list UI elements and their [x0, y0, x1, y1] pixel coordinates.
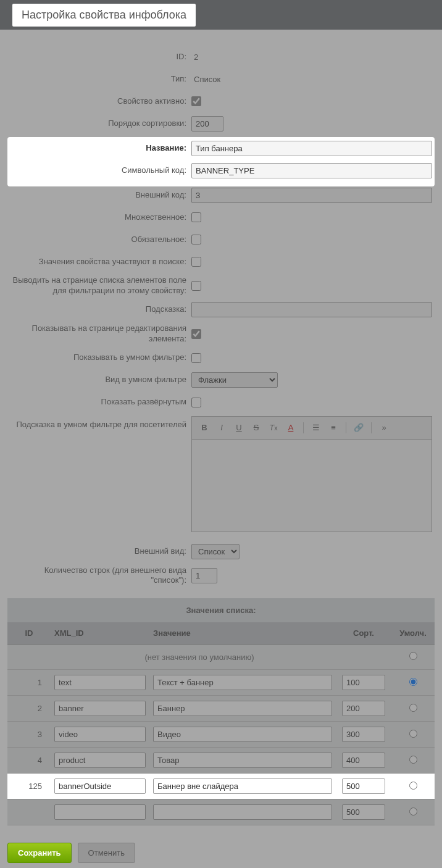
type-value: Список — [191, 75, 220, 84]
row-sort-input[interactable] — [342, 753, 385, 768]
row-id: 125 — [7, 774, 51, 799]
name-input[interactable] — [191, 141, 432, 156]
row-sort-input[interactable] — [342, 778, 385, 794]
row-value-input[interactable] — [153, 701, 332, 716]
table-row — [7, 799, 435, 825]
clear-format-icon[interactable]: Tx — [266, 420, 281, 435]
bold-icon[interactable]: B — [197, 420, 212, 435]
row-value-input[interactable] — [153, 675, 332, 690]
rows-input[interactable] — [191, 568, 217, 583]
row-sort-input[interactable] — [342, 675, 385, 690]
row-sort-input[interactable] — [342, 727, 385, 742]
row-id: 4 — [7, 748, 51, 774]
ul-icon[interactable]: ≡ — [326, 420, 341, 435]
italic-icon[interactable]: I — [214, 420, 229, 435]
required-label: Обязательное: — [7, 235, 191, 245]
type-label: Тип: — [7, 74, 191, 85]
list-values-header: Значения списка: — [7, 598, 435, 622]
row-id: 1 — [7, 670, 51, 696]
filter-hint-label: Подсказка в умном фильтре для посетителе… — [7, 416, 191, 430]
ol-icon[interactable]: ☰ — [309, 420, 323, 435]
row-id: 3 — [7, 722, 51, 748]
searchable-label: Значения свойства участвуют в поиске: — [7, 257, 191, 267]
smart-filter-label: Показывать в умном фильтре: — [7, 353, 191, 363]
appearance-label: Внешний вид: — [7, 546, 191, 557]
row-default-radio[interactable] — [409, 782, 417, 790]
table-row: 2 — [7, 696, 435, 722]
id-value: 2 — [191, 52, 198, 62]
row-xmlid-input[interactable] — [54, 753, 146, 768]
table-row: 4 — [7, 748, 435, 774]
multiple-checkbox[interactable] — [191, 212, 201, 222]
row-sort-input[interactable] — [342, 701, 385, 716]
row-xmlid-input[interactable] — [54, 727, 146, 742]
row-xmlid-input[interactable] — [54, 778, 146, 794]
more-icon[interactable]: » — [377, 420, 391, 435]
show-edit-label: Показывать на странице редактирования эл… — [7, 323, 191, 344]
row-default-radio[interactable] — [409, 730, 417, 738]
save-button[interactable]: Сохранить — [7, 843, 72, 863]
code-input[interactable] — [191, 163, 432, 178]
list-values-table: ID XML_ID Значение Сорт. Умолч. (нет зна… — [7, 622, 435, 825]
strike-icon[interactable]: S — [249, 420, 264, 435]
editor-body[interactable] — [191, 440, 432, 532]
row-value-input[interactable] — [153, 753, 332, 768]
row-value-input[interactable] — [153, 778, 332, 794]
rows-label: Количество строк (для внешнего вида "спи… — [7, 565, 191, 586]
dialog-title: Настройка свойства инфоблока — [12, 4, 196, 27]
name-label: Название: — [7, 143, 191, 154]
smart-filter-view-label: Вид в умном фильтре — [7, 375, 191, 385]
expanded-label: Показать развёрнутым — [7, 397, 191, 407]
expanded-checkbox[interactable] — [191, 398, 201, 407]
table-row: 1 — [7, 670, 435, 696]
hint-label: Подсказка: — [7, 304, 191, 315]
row-xmlid-input[interactable] — [54, 804, 146, 820]
code-label: Символьный код: — [7, 165, 191, 176]
row-default-radio[interactable] — [409, 756, 417, 764]
row-xmlid-input[interactable] — [54, 701, 146, 716]
cancel-button[interactable]: Отменить — [78, 843, 135, 863]
font-color-icon[interactable]: A — [283, 420, 298, 435]
th-xmlid: XML_ID — [51, 622, 149, 645]
active-checkbox[interactable] — [191, 96, 201, 106]
row-default-radio[interactable] — [409, 704, 417, 712]
active-label: Свойство активно: — [7, 96, 191, 107]
row-default-radio[interactable] — [409, 678, 417, 686]
filtrable-checkbox[interactable] — [191, 281, 201, 291]
row-id — [7, 799, 51, 825]
id-label: ID: — [7, 52, 191, 62]
row-default-radio[interactable] — [409, 807, 417, 816]
table-row: 3 — [7, 722, 435, 748]
sort-label: Порядок сортировки: — [7, 119, 191, 129]
sort-input[interactable] — [191, 116, 223, 131]
hint-input[interactable] — [191, 302, 432, 317]
row-value-input[interactable] — [153, 804, 332, 820]
xmlid-label: Внешний код: — [7, 190, 191, 201]
no-default-row: (нет значения по умолчанию) — [7, 645, 435, 670]
th-default: Умолч. — [391, 622, 435, 645]
smart-filter-checkbox[interactable] — [191, 353, 201, 363]
th-id: ID — [7, 622, 51, 645]
th-value: Значение — [149, 622, 336, 645]
xmlid-input[interactable] — [191, 188, 432, 203]
smart-filter-view-select[interactable]: Флажки — [191, 372, 278, 388]
editor-toolbar: B I U S Tx A ☰ ≡ 🔗 » — [191, 416, 432, 440]
link-icon[interactable]: 🔗 — [351, 420, 366, 435]
multiple-label: Множественное: — [7, 212, 191, 223]
appearance-select[interactable]: Список — [191, 544, 240, 559]
underline-icon[interactable]: U — [231, 420, 246, 435]
filtrable-label: Выводить на странице списка элементов по… — [7, 275, 191, 296]
row-value-input[interactable] — [153, 727, 332, 742]
table-row: 125 — [7, 774, 435, 799]
th-sort: Сорт. — [336, 622, 391, 645]
default-radio-none[interactable] — [409, 652, 417, 660]
row-id: 2 — [7, 696, 51, 722]
required-checkbox[interactable] — [191, 235, 201, 244]
show-edit-checkbox[interactable] — [191, 329, 201, 339]
row-sort-input[interactable] — [342, 804, 385, 820]
searchable-checkbox[interactable] — [191, 257, 201, 267]
row-xmlid-input[interactable] — [54, 675, 146, 690]
